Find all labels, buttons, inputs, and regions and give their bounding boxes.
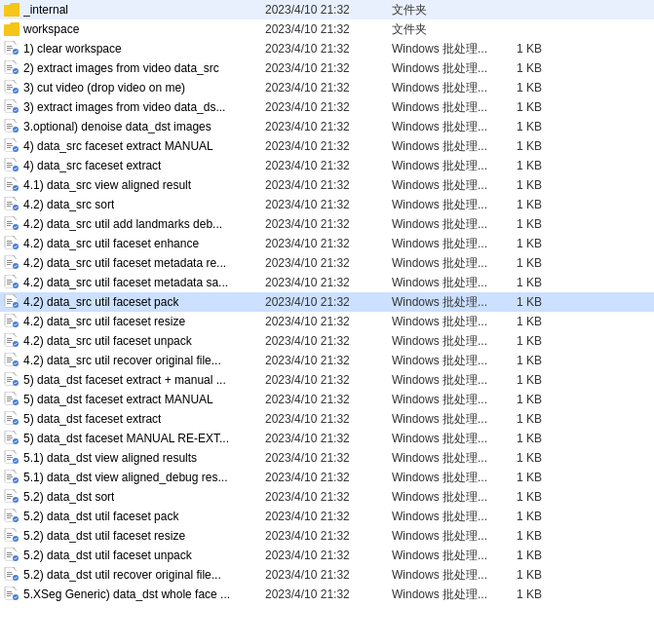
svg-rect-60 (7, 264, 11, 265)
svg-rect-5 (7, 50, 11, 51)
list-item[interactable]: 4.2) data_src util recover original file… (0, 351, 654, 370)
file-name-text: 5.2) data_dst util recover original file… (23, 568, 221, 582)
file-name-cell: 1) clear workspace (4, 41, 257, 57)
bat-file-icon (4, 197, 19, 212)
list-item[interactable]: 4.2) data_src util faceset unpack2023/4/… (0, 331, 654, 351)
file-name-cell: 5.2) data_dst util recover original file… (4, 567, 257, 583)
bat-file-icon (4, 470, 19, 485)
file-type-cell: Windows 批处理... (384, 314, 501, 330)
list-item[interactable]: 4) data_src faceset extract2023/4/10 21:… (0, 156, 654, 175)
list-item[interactable]: 3) cut video (drop video on me)2023/4/10… (0, 78, 654, 97)
svg-rect-3 (7, 46, 12, 47)
svg-rect-34 (7, 165, 13, 166)
list-item[interactable]: 4.2) data_src util faceset pack2023/4/10… (0, 292, 654, 312)
file-date-cell: 2023/4/10 21:32 (257, 510, 384, 523)
file-date-cell: 2023/4/10 21:32 (257, 42, 384, 56)
file-name-text: 4.2) data_src util faceset unpack (23, 334, 192, 348)
list-item[interactable]: 3.optional) denoise data_dst images2023/… (0, 117, 654, 136)
list-item[interactable]: 5) data_dst faceset MANUAL RE-EXT...2023… (0, 429, 654, 448)
list-item[interactable]: 4.2) data_src util faceset enhance2023/4… (0, 234, 654, 253)
list-item[interactable]: 5.1) data_dst view aligned_debug res...2… (0, 468, 654, 487)
file-type-cell: Windows 批处理... (384, 119, 501, 135)
file-date-cell: 2023/4/10 21:32 (257, 315, 384, 328)
svg-rect-85 (7, 361, 11, 362)
file-name-text: 4.2) data_src util faceset metadata re..… (23, 256, 226, 270)
list-item[interactable]: 5) data_dst faceset extract2023/4/10 21:… (0, 409, 654, 429)
list-item[interactable]: 5.2) data_dst util faceset resize2023/4/… (0, 526, 654, 546)
list-item[interactable]: 3) extract images from video data_ds...2… (0, 97, 654, 117)
file-name-text: 5) data_dst faceset extract (23, 412, 161, 426)
file-name-cell: 5.1) data_dst view aligned results (4, 450, 257, 466)
file-name-cell: 5) data_dst faceset extract + manual ... (4, 372, 257, 388)
bat-file-icon (4, 255, 19, 271)
list-item[interactable]: 5) data_dst faceset extract + manual ...… (0, 370, 654, 390)
bat-file-icon (4, 158, 19, 173)
file-type-cell: Windows 批处理... (384, 509, 501, 525)
bat-file-icon (4, 431, 19, 446)
file-size-cell: 1 KB (501, 393, 550, 406)
file-name-text: 4.2) data_src util faceset pack (23, 295, 178, 309)
svg-rect-39 (7, 184, 13, 185)
list-item[interactable]: 1) clear workspace2023/4/10 21:32Windows… (0, 39, 654, 58)
list-item[interactable]: 4.2) data_src util add landmarks deb...2… (0, 214, 654, 234)
svg-rect-125 (7, 517, 11, 518)
file-type-cell: Windows 批处理... (384, 294, 501, 311)
file-name-cell: 4) data_src faceset extract MANUAL (4, 138, 257, 154)
svg-rect-38 (7, 182, 12, 183)
list-item[interactable]: 4) data_src faceset extract MANUAL2023/4… (0, 136, 654, 156)
list-item[interactable]: 5.2) data_dst util faceset pack2023/4/10… (0, 507, 654, 526)
bat-file-icon (4, 392, 19, 407)
svg-rect-143 (7, 591, 12, 592)
svg-rect-89 (7, 379, 13, 380)
file-date-cell: 2023/4/10 21:32 (257, 393, 384, 406)
file-list: _internal2023/4/10 21:32文件夹 workspace202… (0, 0, 654, 604)
list-item[interactable]: 5.1) data_dst view aligned results2023/4… (0, 448, 654, 468)
svg-rect-78 (7, 338, 12, 339)
file-date-cell: 2023/4/10 21:32 (257, 3, 384, 17)
file-type-cell: Windows 批处理... (384, 392, 501, 408)
svg-rect-100 (7, 420, 11, 421)
list-item[interactable]: 4.1) data_src view aligned result2023/4/… (0, 175, 654, 195)
file-name-text: 4.2) data_src sort (23, 198, 114, 211)
file-date-cell: 2023/4/10 21:32 (257, 432, 384, 445)
file-name-cell: 4.2) data_src util recover original file… (4, 353, 257, 368)
bat-file-icon (4, 80, 19, 95)
file-name-cell: 5) data_dst faceset MANUAL RE-EXT... (4, 431, 257, 446)
file-type-cell: Windows 批处理... (384, 567, 501, 584)
file-type-cell: Windows 批处理... (384, 372, 501, 389)
file-type-cell: Windows 批处理... (384, 216, 501, 233)
svg-rect-49 (7, 223, 13, 224)
svg-rect-140 (7, 576, 11, 577)
file-type-cell: Windows 批处理... (384, 41, 501, 57)
file-name-cell: 3.optional) denoise data_dst images (4, 119, 257, 134)
list-item[interactable]: _internal2023/4/10 21:32文件夹 (0, 0, 654, 19)
svg-rect-50 (7, 225, 11, 226)
file-size-cell: 1 KB (501, 412, 550, 426)
file-name-cell: 5.2) data_dst sort (4, 489, 257, 505)
list-item[interactable]: 4.2) data_src sort2023/4/10 21:32Windows… (0, 195, 654, 214)
file-size-cell: 1 KB (501, 549, 550, 562)
file-date-cell: 2023/4/10 21:32 (257, 256, 384, 270)
file-name-text: 5.2) data_dst util faceset pack (23, 510, 178, 523)
svg-rect-84 (7, 360, 13, 360)
list-item[interactable]: 5) data_dst faceset extract MANUAL2023/4… (0, 390, 654, 409)
list-item[interactable]: workspace2023/4/10 21:32文件夹 (0, 19, 654, 39)
svg-rect-95 (7, 400, 11, 401)
file-name-cell: 5.XSeg Generic) data_dst whole face ... (4, 587, 257, 602)
file-type-cell: Windows 批处理... (384, 333, 501, 350)
bat-file-icon (4, 567, 19, 583)
svg-rect-109 (7, 457, 13, 458)
list-item[interactable]: 4.2) data_src util faceset metadata re..… (0, 253, 654, 273)
file-date-cell: 2023/4/10 21:32 (257, 178, 384, 192)
list-item[interactable]: 5.2) data_dst util recover original file… (0, 565, 654, 585)
list-item[interactable]: 5.2) data_dst sort2023/4/10 21:32Windows… (0, 487, 654, 507)
list-item[interactable]: 2) extract images from video data_src202… (0, 58, 654, 78)
list-item[interactable]: 4.2) data_src util faceset metadata sa..… (0, 273, 654, 292)
svg-rect-114 (7, 476, 13, 477)
file-date-cell: 2023/4/10 21:32 (257, 81, 384, 95)
list-item[interactable]: 4.2) data_src util faceset resize2023/4/… (0, 312, 654, 331)
list-item[interactable]: 5.2) data_dst util faceset unpack2023/4/… (0, 546, 654, 565)
file-type-cell: Windows 批处理... (384, 138, 501, 155)
list-item[interactable]: 5.XSeg Generic) data_dst whole face ...2… (0, 585, 654, 604)
svg-rect-63 (7, 280, 12, 281)
